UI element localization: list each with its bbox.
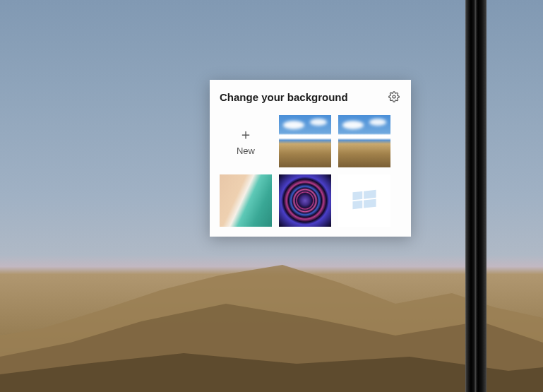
windows-logo-icon [348,184,381,217]
settings-button[interactable] [387,90,401,104]
new-background-tile[interactable]: ＋ New [220,115,272,167]
svg-rect-2 [364,190,376,199]
thumb-image [338,115,390,167]
change-background-panel: Change your background ＋ New [210,80,411,237]
background-thumb-windows-logo[interactable] [338,174,390,227]
background-thumb-desert-1[interactable] [279,115,331,167]
background-thumb-beach[interactable] [220,174,272,227]
device-edge [465,0,487,392]
panel-title: Change your background [220,91,348,103]
desktop-wallpaper: Change your background ＋ New [0,0,543,392]
panel-header: Change your background [220,90,401,104]
background-thumb-desert-2[interactable] [338,115,390,167]
svg-rect-1 [352,191,362,200]
svg-rect-3 [352,201,362,209]
background-thumb-rose-window[interactable] [279,174,331,227]
thumb-image [220,174,272,227]
thumb-image [338,174,390,227]
plus-icon: ＋ [239,127,253,141]
gear-icon [388,91,400,102]
background-grid: ＋ New [220,115,401,227]
svg-point-0 [393,95,395,98]
thumb-image [279,174,331,227]
thumb-image [279,115,331,167]
new-label: New [237,145,255,156]
svg-rect-4 [364,199,376,208]
wallpaper-mountains [0,251,543,392]
